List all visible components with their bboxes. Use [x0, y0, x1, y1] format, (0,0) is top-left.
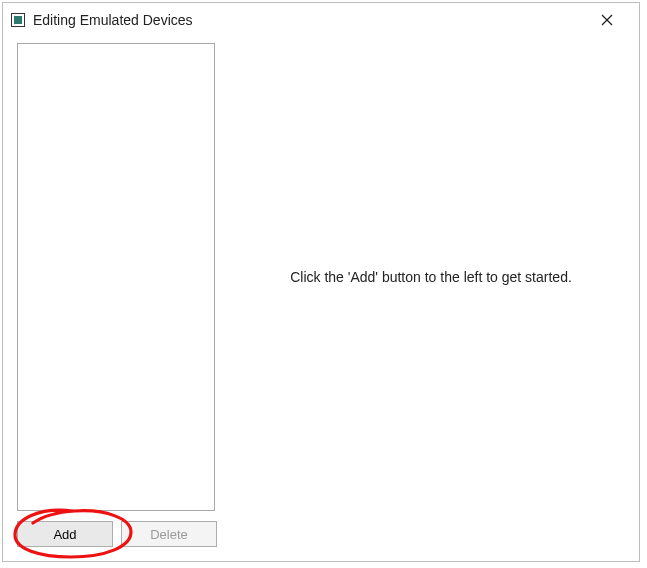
- close-icon: [601, 14, 613, 26]
- title-bar: Editing Emulated Devices: [3, 3, 639, 37]
- close-button[interactable]: [587, 6, 627, 34]
- add-button[interactable]: Add: [17, 521, 113, 547]
- instructions-text: Click the 'Add' button to the left to ge…: [290, 269, 572, 285]
- delete-button: Delete: [121, 521, 217, 547]
- app-icon: [11, 13, 25, 27]
- title-left: Editing Emulated Devices: [11, 12, 193, 28]
- button-row: Add Delete: [17, 521, 217, 547]
- device-list[interactable]: [17, 43, 215, 511]
- content-area: Add Delete Click the 'Add' button to the…: [17, 43, 625, 547]
- window-title: Editing Emulated Devices: [33, 12, 193, 28]
- window-frame: Editing Emulated Devices Add Delete Clic…: [2, 2, 640, 562]
- instructions-panel: Click the 'Add' button to the left to ge…: [237, 43, 625, 511]
